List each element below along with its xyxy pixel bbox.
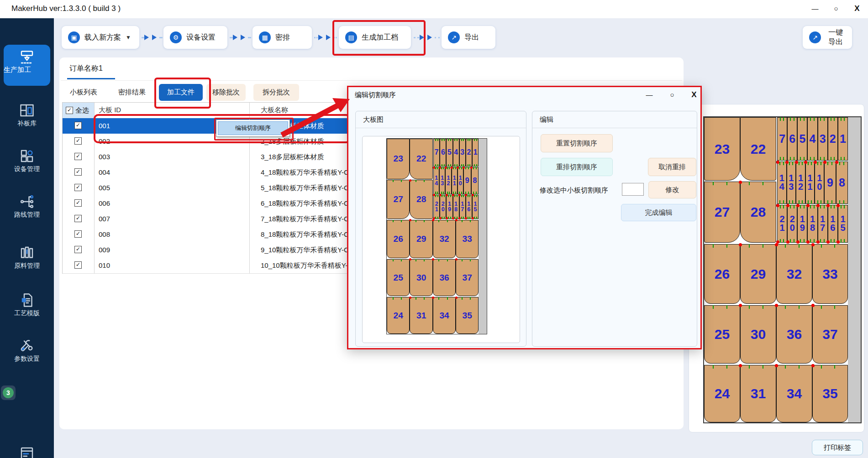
row-checkbox[interactable]: ✓ — [74, 261, 82, 269]
board-piece-8[interactable]: 8 — [836, 161, 848, 204]
board-piece-30[interactable]: 30 — [740, 305, 776, 364]
board-piece-33[interactable]: 33 — [456, 220, 479, 258]
board-piece-1[interactable]: 1 — [472, 139, 479, 167]
board-piece-7[interactable]: 7 — [777, 117, 787, 161]
sidebar-item-7[interactable]: 参数设置 — [0, 338, 54, 363]
sidebar-item-4[interactable]: 路线管理 — [0, 193, 54, 219]
board-piece-21[interactable]: 21 — [777, 205, 787, 243]
workflow-step-2[interactable]: ⚙设备设置 — [163, 26, 227, 49]
cancel-reorder-button[interactable]: 取消重排 — [648, 158, 696, 176]
sidebar-item-5[interactable]: 原料管理 — [0, 245, 54, 270]
board-piece-16[interactable]: 16 — [466, 195, 472, 219]
subtab-2[interactable]: 密排结果 — [110, 84, 153, 101]
board-piece-31[interactable]: 31 — [410, 297, 432, 334]
subtab-5[interactable]: 拆分批次 — [253, 84, 299, 101]
board-piece-10[interactable]: 10 — [458, 167, 463, 194]
one-click-export-button[interactable]: ↗ 一键导出 — [803, 26, 852, 49]
board-piece-12[interactable]: 12 — [796, 161, 805, 204]
workflow-step-5[interactable]: ↗导出 — [442, 26, 495, 49]
board-piece-9[interactable]: 9 — [824, 161, 836, 204]
row-checkbox[interactable]: ✓ — [74, 122, 82, 129]
board-piece-6[interactable]: 6 — [787, 117, 797, 161]
modify-button[interactable]: 修改 — [648, 181, 696, 198]
board-piece-14[interactable]: 14 — [777, 161, 787, 204]
board-piece-27[interactable]: 27 — [704, 182, 740, 243]
sidebar-item-1[interactable]: 生产加工 — [4, 45, 50, 86]
board-piece-31[interactable]: 31 — [740, 365, 776, 422]
board-piece-6[interactable]: 6 — [440, 139, 446, 167]
board-piece-33[interactable]: 33 — [812, 244, 848, 304]
board-piece-21[interactable]: 21 — [433, 195, 440, 219]
notification-badge[interactable]: 3 — [1, 385, 16, 400]
board-piece-26[interactable]: 26 — [704, 244, 740, 304]
board-piece-29[interactable]: 29 — [410, 220, 432, 258]
row-checkbox[interactable]: ✓ — [74, 137, 82, 145]
board-piece-4[interactable]: 4 — [453, 139, 459, 167]
board-piece-5[interactable]: 5 — [446, 139, 452, 167]
reset-cut-order-button[interactable]: 重置切割顺序 — [541, 134, 613, 152]
board-piece-37[interactable]: 37 — [812, 305, 848, 364]
board-piece-22[interactable]: 22 — [740, 117, 776, 181]
board-piece-37[interactable]: 37 — [456, 259, 479, 297]
board-piece-18[interactable]: 18 — [807, 205, 817, 243]
board-piece-17[interactable]: 17 — [818, 205, 828, 243]
board-piece-7[interactable]: 7 — [433, 139, 440, 167]
sidebar-item-2[interactable]: 补板库 — [0, 102, 54, 128]
board-piece-2[interactable]: 2 — [466, 139, 472, 167]
board-piece-16[interactable]: 16 — [828, 205, 838, 243]
board-piece-32[interactable]: 32 — [776, 244, 812, 304]
select-all-checkbox[interactable]: ✓ — [66, 107, 73, 114]
sidebar-item-8[interactable]: 软件信息 — [0, 445, 54, 458]
window-close-button[interactable]: X — [851, 3, 863, 15]
board-piece-14[interactable]: 14 — [433, 167, 439, 194]
subtab-3[interactable]: 加工文件 — [159, 84, 203, 101]
sidebar-item-6[interactable]: 工艺模版 — [0, 292, 54, 317]
row-checkbox[interactable]: ✓ — [74, 168, 82, 176]
board-piece-3[interactable]: 3 — [818, 117, 828, 161]
board-piece-23[interactable]: 23 — [387, 139, 410, 179]
board-piece-15[interactable]: 15 — [472, 195, 479, 219]
row-checkbox[interactable]: ✓ — [74, 199, 82, 207]
board-piece-20[interactable]: 20 — [440, 195, 446, 219]
board-piece-4[interactable]: 4 — [807, 117, 817, 161]
board-piece-25[interactable]: 25 — [387, 259, 410, 297]
window-minimize-button[interactable]: — — [809, 3, 821, 15]
board-piece-1[interactable]: 1 — [838, 117, 848, 161]
row-checkbox[interactable]: ✓ — [74, 153, 82, 160]
board-piece-30[interactable]: 30 — [410, 259, 432, 297]
board-piece-24[interactable]: 24 — [704, 365, 740, 422]
board-piece-11[interactable]: 11 — [805, 161, 815, 204]
row-checkbox[interactable]: ✓ — [74, 246, 82, 253]
board-piece-17[interactable]: 17 — [459, 195, 466, 219]
board-piece-13[interactable]: 13 — [439, 167, 445, 194]
dialog-minimize-button[interactable]: — — [643, 89, 656, 101]
board-piece-19[interactable]: 19 — [797, 205, 807, 243]
workflow-step-3[interactable]: ▦密排 — [253, 26, 312, 49]
reorder-cut-order-button[interactable]: 重排切割顺序 — [541, 158, 613, 176]
cut-order-input[interactable] — [622, 183, 644, 196]
board-piece-15[interactable]: 15 — [838, 205, 848, 243]
board-piece-25[interactable]: 25 — [704, 305, 740, 364]
board-piece-2[interactable]: 2 — [828, 117, 838, 161]
board-piece-10[interactable]: 10 — [815, 161, 824, 204]
board-piece-12[interactable]: 12 — [445, 167, 451, 194]
board-piece-23[interactable]: 23 — [704, 117, 740, 181]
board-piece-20[interactable]: 20 — [787, 205, 797, 243]
board-piece-11[interactable]: 11 — [452, 167, 458, 194]
board-piece-19[interactable]: 19 — [446, 195, 452, 219]
workflow-step-4[interactable]: ▤生成加工档 — [339, 26, 411, 49]
window-maximize-button[interactable]: ○ — [830, 3, 842, 15]
board-piece-24[interactable]: 24 — [387, 297, 410, 334]
board-piece-32[interactable]: 32 — [433, 220, 456, 258]
row-checkbox[interactable]: ✓ — [74, 184, 82, 191]
board-piece-36[interactable]: 36 — [433, 259, 456, 297]
board-piece-34[interactable]: 34 — [776, 365, 812, 422]
tab-order-name[interactable]: 订单名称1 — [69, 64, 103, 73]
subtab-1[interactable]: 小板列表 — [62, 84, 105, 101]
board-piece-28[interactable]: 28 — [410, 180, 432, 219]
row-checkbox[interactable]: ✓ — [74, 230, 82, 238]
dialog-close-button[interactable]: X — [688, 89, 700, 101]
board-piece-28[interactable]: 28 — [740, 182, 776, 243]
board-piece-27[interactable]: 27 — [387, 180, 410, 219]
board-piece-9[interactable]: 9 — [463, 167, 471, 194]
